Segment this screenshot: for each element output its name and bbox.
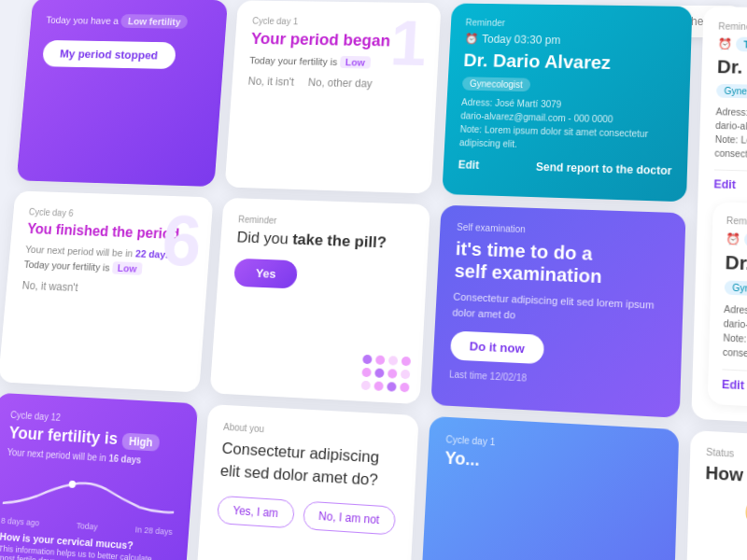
fertility-chart-card: Cycle day 12 Your fertility is High Your… [0,393,198,560]
no-i-am-not-button[interactable]: No, I am not [303,500,397,535]
edit-btn-teal[interactable]: Edit [458,159,479,172]
pill-yes-button[interactable]: Yes [233,259,298,289]
doctor-name-teal: Dr. Dario Alvarez [463,50,676,75]
answer2-began[interactable]: No, other day [308,77,374,91]
self-exam-button[interactable]: Do it now [450,330,544,364]
reminder1-doctor: Dr. Dario Alvarez [717,57,747,82]
reminder1: Reminder ⏰ Today 03:30 pm Dr. Dario Alva… [713,21,747,197]
specialty-badge-teal: Gynecologist [462,77,530,91]
reminder2-specialty: Gynecologist [725,280,747,297]
answer1-began[interactable]: No, it isn't [247,76,294,89]
card-grid: Today you have a Low fertility My period… [0,0,747,560]
reminder-label-teal: Reminder [465,18,676,31]
pill-question: Did you take the pill? [236,228,412,254]
about-question: Consectetur adipiscing elit sed dolor am… [219,438,401,493]
period-began-card: 1 Cycle day 1 Your period began Today yo… [225,0,442,193]
info-teal: Adress: José Martí 3079 dario-alvarez@gm… [459,95,674,155]
cycle-partial-card: Cycle day 1 Yo... [417,416,679,560]
fertility-chart [2,466,176,523]
reminder2-info: Adress: José Martí 3079 dario-alvarez@gm… [723,302,747,368]
reminder2-actions: Edit Send report to the doctor [722,369,747,399]
finished-period-card: 6 Cycle day 6 You finished the period Yo… [0,190,213,392]
pill-card: Reminder Did you take the pill? Yes [210,198,430,404]
big-number-1: 1 [388,11,428,75]
emoji-happy[interactable]: 😊 [742,496,747,530]
about-card: About you Consectetur adipiscing elit se… [191,404,418,560]
answer-finished[interactable]: No, it wasn't [21,279,190,299]
pill-icon [361,355,412,393]
self-exam-card: Self examination it's time to do a self … [430,205,685,418]
reminder1-info: Adress: José Martí 3079 dario-alvarez@gm… [714,105,747,165]
period-stop-card: Today you have a Low fertility My period… [17,0,228,187]
feel-title: How do you feel? [705,463,747,496]
svg-point-0 [68,480,76,487]
about-btn-row: Yes, I am No, I am not [217,495,397,535]
reminder1-time-row: ⏰ Today 03:30 pm [718,36,747,54]
reminder2: Reminder ⏰ Tomorrow 03:30 pm Dr. Dario A… [708,202,747,414]
period-stop-button[interactable]: My period stopped [42,40,176,69]
self-exam-last-time: Last time 12/02/18 [449,369,663,390]
time-row-teal: ⏰ Today 03:30 pm [464,33,676,49]
period-stop-intro: Today you have a Low fertility [46,13,211,29]
self-exam-desc: Consectetur adipiscing elit sed lorem ip… [452,289,666,329]
reminder2-edit[interactable]: Edit [722,378,744,393]
reminder1-label: Reminder [718,21,747,35]
reminder-teal-card: Reminder ⏰ Today 03:30 pm Dr. Dario Alva… [442,3,692,202]
reminder1-time-badge: Today [736,37,747,52]
reminder2-label: Reminder [726,216,747,231]
high-badge: High [121,433,161,453]
self-exam-label: Self examination [457,222,668,240]
emoji-row: 😊 😐 😢 [704,494,747,539]
yes-i-am-button[interactable]: Yes, I am [217,495,295,528]
reminder1-edit[interactable]: Edit [713,177,736,191]
low-badge-1: Low [340,56,371,69]
reminder2-time-row: ⏰ Tomorrow 03:30 pm [726,231,747,253]
action-row-teal: Edit Send report to the doctor [458,159,671,177]
low-badge-6: Low [112,261,143,275]
fertility-badge: Low fertility [120,14,188,29]
reminder1-actions: Edit Send report to the doctor [713,169,747,196]
reminder2-doctor: Dr. Dario Alvarez [725,252,747,280]
self-exam-title: it's time to do a self examination [454,237,668,290]
reminder1-specialty: Gynecologist [716,84,747,99]
big-number-6: 6 [160,204,204,277]
feel-card: Status How do you feel? 😊 😐 😢 [684,430,747,560]
send-btn-teal[interactable]: Send report to the doctor [536,161,672,177]
reminder-white-card: Reminder ⏰ Today 03:30 pm Dr. Dario Alva… [691,7,747,431]
